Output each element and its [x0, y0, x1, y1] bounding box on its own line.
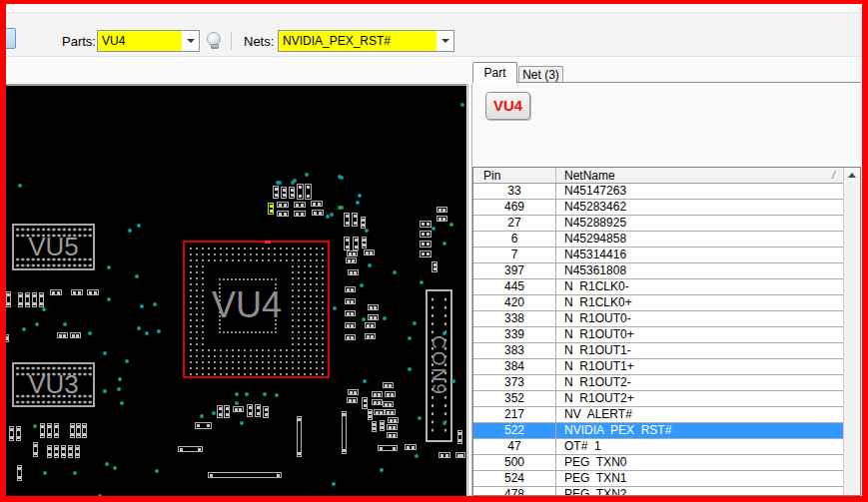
net-dot — [105, 462, 109, 466]
small-component — [378, 445, 398, 451]
netname-cell: N R1OUT0+ — [556, 327, 843, 342]
table-row[interactable]: 478PEG TXN2 — [473, 487, 843, 495]
net-dot — [113, 466, 117, 470]
net-dot — [140, 304, 144, 308]
small-component — [33, 442, 38, 457]
tab-part[interactable]: Part — [472, 62, 517, 83]
small-component — [17, 465, 22, 481]
pin-cell: 397 — [473, 263, 556, 278]
net-dot — [43, 471, 47, 475]
small-component — [255, 404, 261, 417]
small-component — [345, 322, 356, 328]
net-dot — [155, 469, 159, 473]
netname-cell: N45294858 — [556, 232, 843, 247]
table-row[interactable]: 217NV ALERT# — [473, 407, 843, 423]
chevron-down-icon — [187, 39, 195, 43]
pin-cell: 352 — [473, 391, 556, 406]
pin-column-header[interactable]: Pin — [473, 168, 556, 183]
pcb-canvas[interactable]: VU5 VU3 VU4 CON9 — [6, 84, 466, 496]
net-dot — [413, 321, 417, 325]
table-row[interactable]: 384N R1OUT1+ — [473, 359, 843, 375]
netname-cell: PEG TXN2 — [556, 487, 843, 495]
table-row[interactable]: 397N45361808 — [473, 263, 843, 279]
net-dot — [22, 327, 26, 331]
table-scrollbar[interactable] — [843, 168, 860, 495]
small-component — [347, 397, 358, 403]
table-row[interactable]: 373N R1OUT2- — [473, 375, 843, 391]
small-component — [342, 411, 347, 454]
small-component — [365, 333, 376, 339]
component-vu5[interactable]: VU5 — [12, 224, 95, 270]
small-component — [345, 286, 356, 292]
small-component — [457, 430, 462, 444]
table-row[interactable]: 469N45283462 — [473, 200, 843, 216]
pin-cell: 217 — [473, 407, 556, 422]
net-dot — [408, 367, 412, 371]
small-component — [311, 201, 323, 207]
small-component — [388, 417, 399, 423]
parts-combobox-value[interactable]: VU4 — [98, 31, 182, 51]
component-vu4-highlighted[interactable]: VU4 — [183, 241, 330, 378]
net-dot — [107, 265, 111, 269]
net-dot — [380, 468, 384, 472]
small-component — [61, 445, 66, 458]
netname-cell: NVIDIA PEX RST# — [556, 423, 843, 438]
net-dot — [418, 416, 422, 420]
table-row[interactable]: 352N R1OUT2+ — [473, 391, 843, 407]
table-row[interactable]: 47OT# 1 — [473, 439, 843, 455]
net-dot — [393, 270, 397, 274]
net-dot — [442, 331, 446, 335]
netname-cell: N R1CLK0- — [556, 279, 843, 294]
small-component — [6, 291, 11, 307]
chevron-down-icon — [441, 39, 449, 43]
table-row[interactable]: 524PEG TXN1 — [473, 471, 843, 487]
table-row[interactable]: 522NVIDIA PEX RST# — [473, 423, 843, 439]
nets-combobox-dropdown-button[interactable] — [436, 31, 453, 51]
scrollbar-up-button[interactable] — [844, 168, 860, 183]
pin-cell: 522 — [473, 423, 556, 438]
nets-combobox[interactable]: NVIDIA_PEX_RST# — [278, 30, 454, 52]
netname-column-header[interactable]: NetName / — [556, 168, 843, 183]
net-dot — [278, 181, 282, 185]
component-vu3[interactable]: VU3 — [12, 362, 95, 407]
table-row[interactable]: 445N R1CLK0- — [473, 279, 843, 295]
table-row[interactable]: 339N R1OUT0+ — [473, 327, 843, 343]
net-dot — [363, 379, 367, 383]
table-row[interactable]: 383N R1OUT1- — [473, 343, 843, 359]
table-row[interactable]: 500PEG TXN0 — [473, 455, 843, 471]
netname-cell: N45361808 — [556, 263, 843, 278]
net-dot — [330, 213, 334, 217]
screenshot-border-bottom — [0, 496, 868, 502]
small-component — [432, 261, 437, 272]
parts-label: Parts: — [62, 34, 96, 49]
small-component — [353, 237, 359, 251]
parts-combobox[interactable]: VU4 — [97, 30, 200, 52]
tab-net[interactable]: Net (3) — [518, 66, 563, 82]
table-row[interactable]: 27N45288925 — [473, 216, 843, 232]
table-row[interactable]: 6N45294858 — [473, 232, 843, 248]
small-component — [40, 423, 45, 438]
small-component — [345, 334, 356, 340]
nets-combobox-value[interactable]: NVIDIA_PEX_RST# — [279, 31, 436, 51]
netname-header-label: NetName — [564, 169, 615, 183]
small-component — [374, 409, 385, 415]
part-vu4-button[interactable]: VU4 — [485, 92, 530, 120]
parts-combobox-dropdown-button[interactable] — [182, 31, 199, 51]
table-row[interactable]: 7N45314416 — [473, 248, 843, 263]
table-row[interactable]: 33N45147263 — [473, 184, 843, 200]
component-con9[interactable]: CON9 — [426, 289, 452, 442]
small-component — [344, 237, 350, 251]
small-component — [32, 292, 37, 307]
table-row[interactable]: 420N R1CLK0+ — [473, 295, 843, 311]
small-component — [455, 452, 465, 458]
small-component — [362, 397, 368, 409]
pin1-marker — [265, 241, 271, 244]
table-row[interactable]: 338N R1OUT0- — [473, 311, 843, 327]
lightbulb-icon[interactable] — [207, 32, 223, 53]
net-dot — [128, 229, 132, 233]
small-component — [372, 399, 383, 405]
pin-cell: 33 — [473, 184, 556, 199]
pin-cell: 524 — [473, 471, 556, 486]
netname-cell: PEG TXN0 — [556, 455, 843, 470]
small-component — [387, 432, 398, 438]
